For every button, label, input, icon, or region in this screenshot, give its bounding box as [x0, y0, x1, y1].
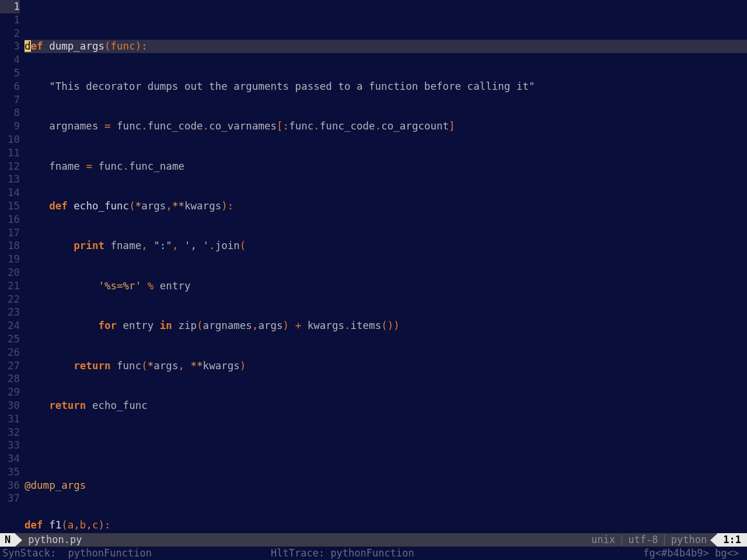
- code-line: return func(*args, **kwargs): [25, 359, 747, 373]
- editor-viewport[interactable]: 1 1 2 3 4 5 6 7 8 9 10 11 12 13 14 15 16…: [0, 0, 747, 533]
- code-line: '%s=%r' % entry: [25, 279, 747, 293]
- code-line: return echo_func: [25, 399, 747, 412]
- line-number-current: 1: [0, 0, 20, 13]
- cursor-position: 1:1: [717, 533, 747, 547]
- cursor: d: [25, 40, 31, 52]
- fgbg-readout: fg<#b4b4b9> bg<>: [593, 547, 745, 560]
- separator-pipe-icon: |: [662, 533, 668, 547]
- encoding-os: unix: [588, 533, 619, 547]
- code-line: def f1(a,b,c):: [25, 519, 747, 532]
- status-right: unix | utf-8 | python 1:1: [588, 533, 747, 547]
- filename-label: python.py: [22, 533, 88, 547]
- code-line: argnames = func.func_code.co_varnames[:f…: [25, 120, 747, 133]
- line-number-gutter: 1 1 2 3 4 5 6 7 8 9 10 11 12 13 14 15 16…: [0, 0, 25, 533]
- mode-indicator: N: [0, 533, 15, 547]
- filetype-label: python: [668, 533, 710, 547]
- synstack-readout: SynStack: pythonFunction: [2, 547, 271, 560]
- code-area[interactable]: def dump_args(func): "This decorator dum…: [25, 0, 747, 533]
- code-line: "This decorator dumps out the arguments …: [25, 80, 747, 93]
- code-line: print fname, ":", ', '.join(: [25, 239, 747, 253]
- hlttrace-readout: HltTrace: pythonFunction: [271, 547, 593, 560]
- status-line: N python.py unix | utf-8 | python 1:1: [0, 533, 747, 547]
- code-line: fname = func.func_name: [25, 160, 747, 173]
- code-line: def dump_args(func):: [25, 40, 747, 53]
- command-line[interactable]: SynStack: pythonFunction HltTrace: pytho…: [0, 547, 747, 560]
- code-line: [25, 439, 747, 452]
- separator-arrow-icon: [15, 534, 22, 547]
- code-line: @dump_args: [25, 479, 747, 492]
- code-line: for entry in zip(argnames,args) + kwargs…: [25, 319, 747, 332]
- code-line: def echo_func(*args,**kwargs):: [25, 200, 747, 213]
- separator-arrow-icon: [710, 534, 717, 547]
- encoding-charset: utf-8: [624, 533, 661, 547]
- separator-pipe-icon: |: [619, 533, 624, 547]
